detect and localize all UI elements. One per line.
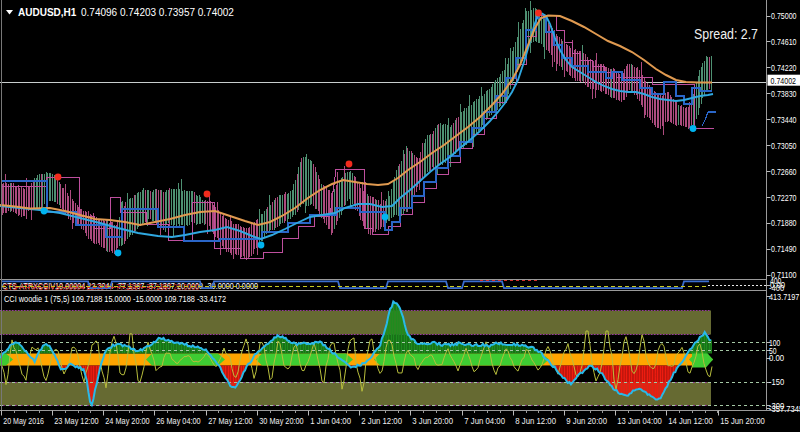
- svg-text:20 May 2016: 20 May 2016: [3, 416, 44, 426]
- svg-text:3 Jun 20:00: 3 Jun 20:00: [412, 416, 453, 426]
- svg-text:9 Jun 20:00: 9 Jun 20:00: [566, 416, 607, 426]
- svg-text:0.74610: 0.74610: [771, 37, 797, 47]
- svg-text:0.71880: 0.71880: [771, 218, 797, 228]
- svg-text:24 May 20:00: 24 May 20:00: [105, 416, 149, 426]
- svg-text:0.74002: 0.74002: [771, 76, 797, 86]
- svg-text:0.72270: 0.72270: [771, 193, 797, 203]
- svg-text:15 Jun 20:00: 15 Jun 20:00: [720, 416, 764, 426]
- svg-text:CCI woodie 1 (75,5) 109.7188 1: CCI woodie 1 (75,5) 109.7188 15.0000 -15…: [4, 294, 226, 304]
- svg-text:0.71490: 0.71490: [771, 244, 797, 254]
- svg-text:0.75000: 0.75000: [771, 11, 797, 21]
- svg-text:0.74220: 0.74220: [771, 63, 797, 73]
- svg-text:13 Jun 04:00: 13 Jun 04:00: [617, 416, 661, 426]
- svg-text:0.73440: 0.73440: [771, 115, 797, 125]
- svg-text:27 May 12:00: 27 May 12:00: [208, 416, 252, 426]
- svg-text:-150: -150: [769, 377, 784, 387]
- svg-text:1 Jun 04:00: 1 Jun 04:00: [310, 416, 351, 426]
- svg-text:2 Jun 12:00: 2 Jun 12:00: [361, 416, 402, 426]
- svg-text:0.74096 0.74203 0.73957 0.7400: 0.74096 0.74203 0.73957 0.74002: [81, 7, 234, 18]
- svg-text:8 Jun 12:00: 8 Jun 12:00: [515, 416, 556, 426]
- svg-text:26 May 04:00: 26 May 04:00: [156, 416, 200, 426]
- svg-text:14 Jun 12:00: 14 Jun 12:00: [668, 416, 712, 426]
- svg-text:413.7197: 413.7197: [769, 292, 800, 302]
- svg-text:0.73050: 0.73050: [771, 141, 797, 151]
- svg-text:7 Jun 04:00: 7 Jun 04:00: [464, 416, 505, 426]
- svg-text:0.73830: 0.73830: [771, 89, 797, 99]
- svg-text:23 May 12:00: 23 May 12:00: [54, 416, 98, 426]
- svg-text:AUDUSD,H1: AUDUSD,H1: [18, 7, 77, 18]
- svg-text:0.72660: 0.72660: [771, 167, 797, 177]
- svg-text:-357.7345: -357.7345: [769, 404, 800, 414]
- svg-text:30 May 20:00: 30 May 20:00: [259, 416, 303, 426]
- svg-text:0.00: 0.00: [769, 353, 784, 363]
- svg-text:Spread: 2.7: Spread: 2.7: [694, 25, 758, 42]
